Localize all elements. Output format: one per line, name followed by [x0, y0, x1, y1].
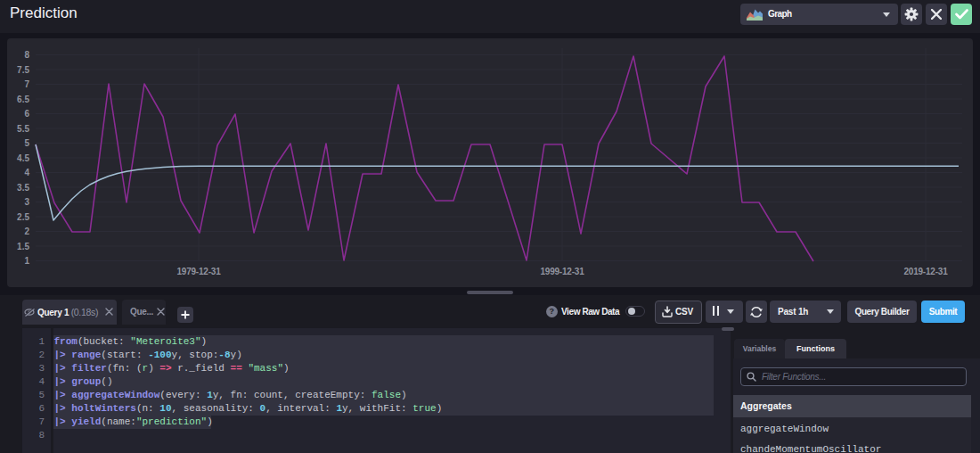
svg-text:1.5: 1.5 [17, 242, 29, 251]
svg-text:5.5: 5.5 [17, 124, 29, 134]
svg-text:4: 4 [24, 168, 29, 177]
svg-text:6: 6 [24, 109, 29, 119]
svg-text:8: 8 [24, 50, 29, 60]
svg-text:4.5: 4.5 [17, 153, 29, 163]
svg-text:7.5: 7.5 [17, 65, 29, 75]
svg-text:1979-12-31: 1979-12-31 [176, 267, 221, 276]
svg-text:1999-12-31: 1999-12-31 [540, 267, 584, 276]
svg-text:2.5: 2.5 [17, 212, 29, 222]
svg-text:3: 3 [24, 197, 29, 207]
svg-text:1: 1 [24, 256, 29, 266]
svg-text:2019-12-31: 2019-12-31 [903, 267, 948, 276]
svg-text:7: 7 [24, 79, 29, 89]
svg-text:3.5: 3.5 [17, 183, 29, 193]
svg-text:5: 5 [24, 138, 29, 148]
svg-text:2: 2 [24, 226, 29, 236]
svg-text:6.5: 6.5 [17, 95, 29, 104]
